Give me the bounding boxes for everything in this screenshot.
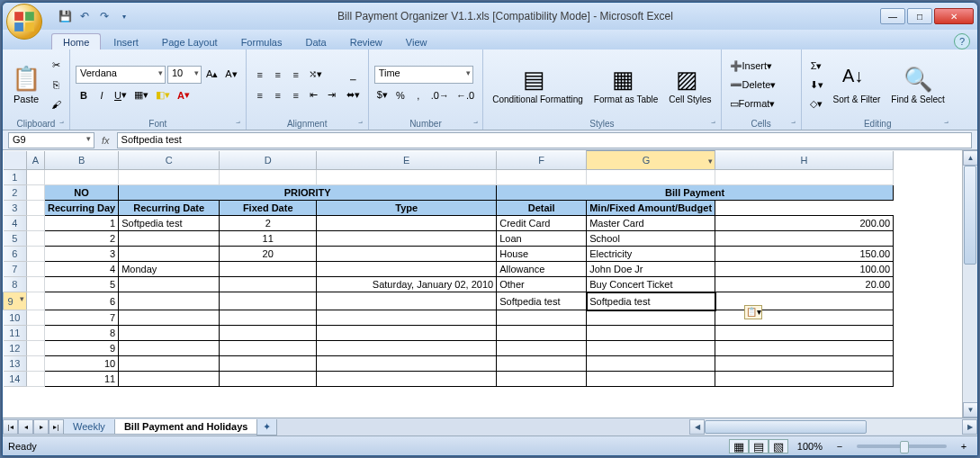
cell-styles-icon: ▨ [676, 66, 705, 94]
spreadsheet-grid[interactable]: ABCDEFGH12NOPRIORITYBill Payment3Recurri… [3, 150, 894, 387]
fill-color-button[interactable]: ◧▾ [153, 86, 173, 104]
italic-button[interactable]: I [94, 86, 110, 104]
insert-cells-button[interactable]: ➕ Insert ▾ [727, 57, 796, 75]
vertical-scrollbar[interactable]: ▲ ▼ [962, 150, 977, 418]
fill-icon[interactable]: ⬇▾ [807, 76, 826, 94]
decrease-decimal-icon[interactable]: ←.0 [454, 86, 477, 104]
zoom-slider[interactable] [857, 445, 947, 448]
sort-filter-button[interactable]: A↓Sort & Filter [830, 64, 885, 106]
percent-icon[interactable]: % [392, 86, 409, 104]
maximize-button[interactable]: □ [907, 8, 932, 24]
close-button[interactable]: ✕ [934, 8, 974, 24]
zoom-level[interactable]: 100% [797, 441, 823, 452]
window-title: Bill Payment Organizer V1.1.xls [Compati… [132, 10, 878, 22]
view-layout-icon[interactable]: ▤ [749, 439, 769, 454]
increase-indent-icon[interactable]: ⇥ [324, 86, 340, 104]
merge-center-button[interactable]: ⬌▾ [344, 85, 363, 103]
border-button[interactable]: ▦▾ [131, 86, 151, 104]
formula-bar[interactable]: Softpedia test [117, 132, 972, 148]
zoom-in-icon[interactable]: + [956, 437, 972, 455]
tab-insert[interactable]: Insert [103, 34, 149, 49]
fx-icon[interactable]: fx [102, 135, 110, 146]
sheet-nav-prev[interactable]: ◂ [18, 419, 33, 435]
sheet-tab-bill-payment[interactable]: Bill Payment and Holidays [114, 419, 258, 435]
format-as-table-button[interactable]: ▦Format as Table [590, 64, 662, 106]
wrap-text-button[interactable]: ⎯ [344, 66, 363, 84]
align-right-icon[interactable]: ≡ [288, 86, 304, 104]
svg-rect-2 [14, 22, 23, 31]
office-button[interactable] [6, 4, 42, 40]
clear-icon[interactable]: ◇▾ [807, 94, 826, 112]
group-font-label: Font [76, 118, 240, 130]
sheet-nav-first[interactable]: |◂ [3, 419, 18, 435]
find-select-button[interactable]: 🔍Find & Select [887, 64, 948, 106]
view-pagebreak-icon[interactable]: ▧ [769, 439, 788, 454]
new-sheet-icon[interactable]: ✦ [256, 419, 277, 436]
tab-review[interactable]: Review [339, 34, 393, 49]
font-name-select[interactable]: Verdana [76, 66, 166, 84]
tab-formulas[interactable]: Formulas [230, 34, 293, 49]
redo-icon[interactable]: ↷ [96, 8, 112, 24]
scroll-right-icon[interactable]: ▶ [962, 419, 977, 435]
svg-rect-3 [25, 22, 34, 31]
title-bar: 💾 ↶ ↷ ▾ Bill Payment Organizer V1.1.xls … [3, 3, 977, 30]
align-left-icon[interactable]: ≡ [252, 86, 268, 104]
align-top-icon[interactable]: ≡ [252, 66, 268, 84]
qat-more-icon[interactable]: ▾ [116, 8, 132, 24]
cut-icon[interactable]: ✂ [48, 56, 64, 74]
scroll-down-icon[interactable]: ▼ [963, 402, 977, 418]
group-number-label: Number [374, 118, 478, 130]
orientation-icon[interactable]: ⤭▾ [306, 66, 325, 84]
increase-decimal-icon[interactable]: .0→ [428, 86, 452, 104]
sheet-tab-weekly[interactable]: Weekly [63, 419, 115, 435]
clipboard-icon: 📋 [12, 65, 40, 94]
align-center-icon[interactable]: ≡ [270, 86, 286, 104]
sort-icon: A↓ [842, 66, 871, 94]
increase-font-icon[interactable]: A▴ [203, 66, 220, 84]
sheet-nav-last[interactable]: ▸| [49, 419, 64, 435]
group-cells-label: Cells [727, 118, 796, 130]
zoom-out-icon[interactable]: − [832, 437, 848, 455]
currency-icon[interactable]: $▾ [374, 86, 391, 104]
conditional-formatting-icon: ▤ [523, 66, 552, 94]
tab-page-layout[interactable]: Page Layout [151, 34, 229, 49]
save-icon[interactable]: 💾 [57, 8, 73, 24]
table-icon: ▦ [612, 66, 641, 94]
group-clipboard-label: Clipboard [8, 118, 64, 130]
tab-data[interactable]: Data [294, 34, 337, 49]
group-alignment-label: Alignment [252, 118, 363, 130]
format-cells-button[interactable]: ▭ Format ▾ [727, 94, 796, 112]
scroll-up-icon[interactable]: ▲ [963, 150, 977, 166]
decrease-indent-icon[interactable]: ⇤ [306, 86, 322, 104]
copy-icon[interactable]: ⎘ [48, 76, 64, 94]
conditional-formatting-button[interactable]: ▤Conditional Formatting [489, 64, 587, 106]
cell-styles-button[interactable]: ▨Cell Styles [665, 64, 715, 106]
scroll-left-icon[interactable]: ◀ [689, 419, 705, 435]
ribbon-tabs: Home Insert Page Layout Formulas Data Re… [3, 30, 977, 49]
group-styles-label: Styles [489, 118, 715, 130]
help-icon[interactable]: ? [954, 33, 970, 49]
tab-home[interactable]: Home [51, 33, 101, 49]
autosum-icon[interactable]: Σ▾ [807, 57, 826, 75]
paste-label: Paste [13, 94, 39, 104]
name-box[interactable]: G9 [8, 132, 94, 148]
undo-icon[interactable]: ↶ [76, 8, 93, 24]
format-painter-icon[interactable]: 🖌 [48, 95, 64, 113]
underline-button[interactable]: U▾ [112, 86, 130, 104]
minimize-button[interactable]: — [880, 8, 905, 24]
align-middle-icon[interactable]: ≡ [270, 66, 286, 84]
sheet-nav-next[interactable]: ▸ [33, 419, 49, 435]
font-size-select[interactable]: 10 [167, 66, 202, 84]
ribbon: 📋 Paste ✂ ⎘ 🖌 Clipboard Verdana 10 A▴ A▾… [3, 49, 977, 130]
number-format-select[interactable]: Time [374, 66, 473, 84]
paste-options-smarttag[interactable]: 📋▾ [744, 305, 762, 319]
bold-button[interactable]: B [76, 86, 92, 104]
paste-button[interactable]: 📋 Paste [8, 63, 44, 106]
tab-view[interactable]: View [395, 34, 438, 49]
delete-cells-button[interactable]: ➖ Delete ▾ [727, 76, 796, 94]
align-bottom-icon[interactable]: ≡ [288, 66, 304, 84]
decrease-font-icon[interactable]: A▾ [222, 66, 239, 84]
comma-icon[interactable]: , [410, 86, 427, 104]
view-normal-icon[interactable]: ▦ [729, 439, 749, 454]
font-color-button[interactable]: A▾ [175, 86, 193, 104]
